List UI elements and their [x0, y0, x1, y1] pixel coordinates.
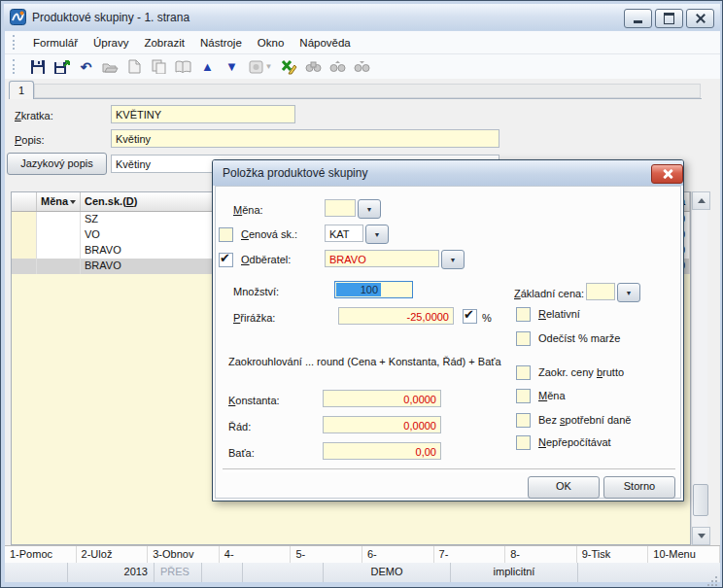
undo-button[interactable]: ↶: [74, 56, 98, 78]
move-down-button[interactable]: ▼: [220, 56, 244, 78]
tab-page-1[interactable]: 1: [9, 81, 34, 99]
percent-checkbox[interactable]: ✔: [463, 309, 477, 324]
zakladni-cena-combo-input[interactable]: [586, 283, 615, 300]
minimize-button[interactable]: [624, 9, 652, 28]
vertical-scrollbar[interactable]: [691, 191, 707, 545]
dropdown-caret-icon: ▼: [265, 62, 273, 71]
bata-input[interactable]: 0,00: [323, 442, 441, 460]
close-button[interactable]: [686, 9, 714, 28]
relativni-checkbox[interactable]: [516, 307, 531, 322]
zaokr-brutto-checkbox[interactable]: [516, 365, 531, 380]
scroll-down-button[interactable]: [692, 527, 710, 545]
cenova-combo-button[interactable]: ▼: [365, 225, 389, 244]
search-button[interactable]: [301, 56, 326, 78]
neprepocitavat-checkbox[interactable]: [516, 435, 531, 450]
jazykovy-popis-button[interactable]: Jazykový popis: [7, 153, 107, 175]
fkey-2[interactable]: 2-Ulož: [77, 546, 149, 563]
fkey-10[interactable]: 10-Menu: [648, 546, 720, 563]
restore-button[interactable]: [655, 9, 683, 28]
table-header-mena[interactable]: Měna: [37, 192, 81, 211]
copy-icon: [152, 59, 166, 74]
fkey-3[interactable]: 3-Obnov: [148, 546, 220, 563]
odberatel-combo-button[interactable]: ▼: [441, 250, 465, 269]
move-up-button[interactable]: ▲: [195, 56, 220, 78]
book-icon: [175, 60, 191, 74]
resize-grip[interactable]: [715, 576, 717, 578]
binoculars-icon: [305, 60, 322, 73]
undo-icon: ↶: [81, 60, 92, 74]
fkey-1[interactable]: 1-Pomoc: [5, 546, 77, 563]
zkratka-input[interactable]: KVĚTINY: [111, 105, 295, 123]
scroll-up-button[interactable]: [692, 191, 710, 210]
save-button[interactable]: [25, 56, 50, 78]
mena-combo-button[interactable]: ▼: [358, 199, 381, 219]
menu-upravy[interactable]: Úpravy: [86, 34, 136, 52]
titlebar[interactable]: Produktové skupiny - 1. strana: [4, 4, 720, 30]
fkey-5[interactable]: 5-: [291, 546, 362, 563]
chevron-down-icon: ▼: [366, 206, 373, 213]
prirazka-input[interactable]: -25,0000: [338, 307, 454, 325]
open-button[interactable]: [98, 56, 122, 78]
copy-button[interactable]: [147, 56, 171, 78]
selected-text: 100: [336, 283, 381, 296]
cenova-checkbox[interactable]: [219, 227, 233, 242]
new-document-button[interactable]: [122, 56, 147, 78]
dialog-title: Položka produktové skupiny: [223, 166, 367, 180]
save-and-close-button[interactable]: [50, 56, 74, 78]
tab-strip-line: [9, 98, 702, 99]
fkey-4[interactable]: 4-: [220, 546, 292, 563]
mena-combo-input[interactable]: [325, 199, 356, 217]
zaokr-brutto-label: Zaokr. ceny brutto: [538, 365, 624, 379]
konstanta-input[interactable]: 0,0000: [323, 390, 441, 407]
app-window: Produktové skupiny - 1. strana Formulář …: [0, 0, 723, 588]
mena-label: Měna:: [233, 203, 263, 217]
ok-button[interactable]: OK: [528, 476, 600, 499]
menu-okno[interactable]: Okno: [250, 34, 293, 52]
export-edit-icon: [281, 59, 297, 75]
mena-checkbox-label: Měna: [538, 389, 566, 402]
mena-checkbox[interactable]: [516, 389, 531, 403]
storno-button[interactable]: Storno: [603, 476, 675, 499]
dialog-close-button[interactable]: [651, 164, 683, 184]
odberatel-checkbox[interactable]: ✔: [219, 253, 233, 267]
menu-formular[interactable]: Formulář: [25, 34, 86, 52]
cenova-combo-input[interactable]: KAT: [325, 225, 363, 242]
menu-napoveda[interactable]: Nápověda: [292, 34, 358, 52]
table-header-gutter: [12, 192, 37, 211]
menu-gripper[interactable]: [13, 35, 17, 50]
odberatel-combo-input[interactable]: BRAVO: [325, 250, 439, 267]
status-empty-2: [202, 563, 243, 582]
search-next-button[interactable]: [326, 56, 350, 78]
cenova-label: Cenová sk.:: [241, 227, 297, 241]
percent-label: %: [482, 311, 492, 325]
search-previous-button[interactable]: [350, 56, 374, 78]
toolbar-gripper[interactable]: [13, 59, 17, 74]
sort-indicator: [70, 200, 76, 204]
dialog-titlebar[interactable]: Položka produktové skupiny: [213, 160, 683, 186]
status-empty-4: [578, 563, 720, 582]
actions-dropdown-button[interactable]: ▼: [244, 56, 277, 78]
mnozstvi-input[interactable]: 100: [334, 281, 413, 298]
fkey-7[interactable]: 7-: [434, 546, 506, 563]
chevron-down-icon: ▼: [626, 290, 633, 296]
fkey-8[interactable]: 8-: [505, 546, 577, 563]
export-edit-button[interactable]: [277, 56, 301, 78]
status-database: DEMO: [324, 563, 451, 582]
scrollbar-thumb[interactable]: [693, 484, 708, 516]
rad-input[interactable]: 0,0000: [323, 416, 441, 433]
chevron-down-icon: ▼: [374, 231, 381, 238]
close-icon: [696, 14, 706, 23]
fkey-6[interactable]: 6-: [362, 546, 434, 563]
zakladni-cena-combo-button[interactable]: ▼: [617, 283, 640, 302]
fkey-9[interactable]: 9-Tisk: [577, 546, 649, 563]
status-empty-3: [243, 563, 324, 582]
catalog-button[interactable]: [171, 56, 195, 78]
status-year: 2013: [68, 563, 155, 582]
popis-input[interactable]: Květiny: [111, 129, 499, 148]
function-key-bar: 1-Pomoc 2-Ulož 3-Obnov 4- 5- 6- 7- 8- 9-…: [5, 545, 720, 563]
odecist-marze-label: Odečíst % marže: [538, 331, 620, 345]
menu-nastroje[interactable]: Nástroje: [192, 34, 250, 52]
bez-dane-checkbox[interactable]: [516, 413, 531, 428]
menu-zobrazit[interactable]: Zobrazit: [136, 34, 192, 52]
odecist-marze-checkbox[interactable]: [516, 331, 531, 346]
